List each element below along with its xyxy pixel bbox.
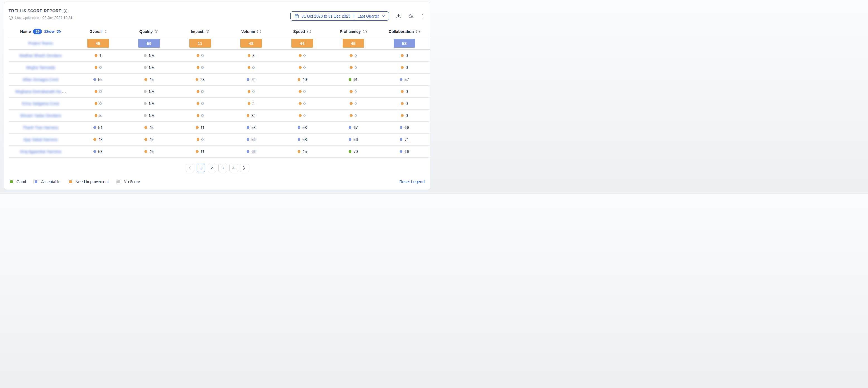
range-preset-text: Last Quarter (358, 14, 379, 19)
column-info-icon[interactable] (205, 30, 210, 34)
legend-item-good[interactable]: Good (9, 179, 26, 184)
status-dot (350, 54, 352, 57)
score-value: 91 (353, 77, 358, 82)
column-label: Proficiency (340, 29, 361, 34)
show-names-link[interactable]: Show (44, 29, 61, 34)
column-header-speed: Speed (277, 29, 328, 34)
score-cell: 56 (226, 137, 277, 142)
table-settings-button[interactable] (408, 13, 414, 20)
kebab-menu-button[interactable] (421, 13, 425, 19)
name-cell: Project Teams (9, 41, 72, 46)
member-name-link[interactable]: Thanh Tran Harness (23, 125, 59, 130)
score-cell: 0 (226, 65, 277, 70)
column-info-icon[interactable] (257, 30, 261, 34)
pagination-page-4[interactable]: 4 (229, 163, 238, 172)
status-dot (350, 90, 352, 93)
score-cell: 67 (328, 125, 379, 130)
score-cell: 45 (124, 77, 175, 82)
pagination-next-button[interactable] (240, 163, 249, 172)
score-value: 0 (354, 53, 357, 58)
pagination-page-2[interactable]: 2 (208, 163, 216, 172)
title-info-icon[interactable] (63, 9, 67, 13)
member-name-link[interactable]: Milan Sonagra Crest (23, 77, 59, 82)
score-cell: 51 (72, 125, 124, 130)
pagination-page-3[interactable]: 3 (218, 163, 227, 172)
chevron-left-icon (189, 166, 191, 170)
table-row: Shivam Yadav Devdans5NA032000 (9, 110, 430, 122)
status-dot (349, 138, 351, 141)
status-dot (197, 114, 199, 117)
column-info-icon[interactable] (416, 30, 420, 34)
score-value: 56 (251, 137, 256, 142)
score-cell: 0 (175, 65, 226, 70)
status-dot (298, 138, 301, 141)
score-chip: 48 (241, 39, 262, 48)
column-label: Quality (140, 29, 153, 34)
legend-item-acceptable[interactable]: Acceptable (33, 179, 60, 184)
score-value: NA (149, 89, 154, 94)
score-value: 32 (251, 113, 256, 118)
score-cell: 5 (72, 113, 124, 118)
status-dot (93, 126, 96, 129)
column-header-overall[interactable]: Overall (72, 29, 124, 34)
score-value: 0 (99, 101, 101, 106)
member-name-link[interactable]: Meghana Deerakanath Ha (16, 89, 61, 94)
status-dot (299, 54, 302, 57)
member-name-link[interactable]: Project Teams (28, 41, 53, 46)
date-range-picker[interactable]: 01 Oct 2023 to 31 Dec 2023 Last Quarter (290, 11, 389, 21)
column-info-icon[interactable] (363, 30, 367, 34)
score-cell: 56 (328, 137, 379, 142)
member-name-link[interactable]: Shivam Yadav Devdans (20, 113, 61, 118)
score-value: 58 (302, 137, 307, 142)
status-dot (197, 54, 199, 57)
member-name-link[interactable]: Megha Tamvada (26, 65, 55, 70)
member-name-link[interactable]: Krina Vadgama Crest (22, 101, 59, 106)
score-cell: 0 (379, 65, 430, 70)
column-info-icon[interactable] (155, 30, 159, 34)
score-value: 0 (304, 53, 306, 58)
legend-item-need_improvement[interactable]: Need Improvement (68, 179, 109, 184)
status-dot (95, 54, 97, 57)
download-button[interactable] (395, 13, 402, 19)
score-value: 0 (354, 89, 357, 94)
score-value: 11 (200, 125, 205, 130)
legend-swatch (117, 180, 120, 183)
member-name-link[interactable]: Madhav Bhash Devdans (19, 53, 62, 58)
score-value: 0 (354, 113, 357, 118)
status-dot (401, 90, 404, 93)
score-value: 0 (304, 101, 306, 106)
status-dot (401, 66, 404, 69)
score-value: 0 (354, 65, 357, 70)
member-name-link[interactable]: Viraj Ajgaonkar Harness (20, 149, 62, 154)
score-cell: 66 (226, 149, 277, 154)
member-name-link[interactable]: Ajay Sakat Harness (24, 137, 58, 142)
status-dot (197, 138, 199, 141)
column-header-collaboration: Collaboration (379, 29, 430, 34)
status-dot (144, 102, 147, 105)
legend-item-no_score[interactable]: No Score (116, 179, 140, 184)
score-cell: 0 (175, 89, 226, 94)
score-cell: 0 (72, 89, 124, 94)
status-dot (401, 102, 404, 105)
score-cell: 45 (124, 125, 175, 130)
sliders-icon (408, 13, 414, 19)
score-value: NA (149, 65, 154, 70)
score-cell: 59 (124, 39, 175, 48)
score-value: NA (149, 101, 154, 106)
reset-legend-link[interactable]: Reset Legend (399, 179, 425, 184)
last-updated-info-icon[interactable] (9, 16, 13, 20)
status-dot (145, 138, 147, 141)
status-dot (144, 66, 147, 69)
score-value: 0 (252, 89, 255, 94)
score-cell: 1 (72, 53, 124, 58)
pagination-page-1[interactable]: 1 (197, 163, 205, 172)
column-info-icon[interactable] (307, 30, 311, 34)
score-value: 0 (252, 65, 255, 70)
score-cell: 11 (175, 125, 226, 130)
column-label: Impact (191, 29, 203, 34)
sort-icon[interactable] (104, 30, 107, 33)
pagination-prev-button[interactable] (186, 163, 194, 172)
table-row: Madhav Bhash Devdans1NA08000 (9, 50, 430, 62)
table-row: Project Teams45591148444558 (9, 37, 430, 50)
status-dot (196, 126, 198, 129)
